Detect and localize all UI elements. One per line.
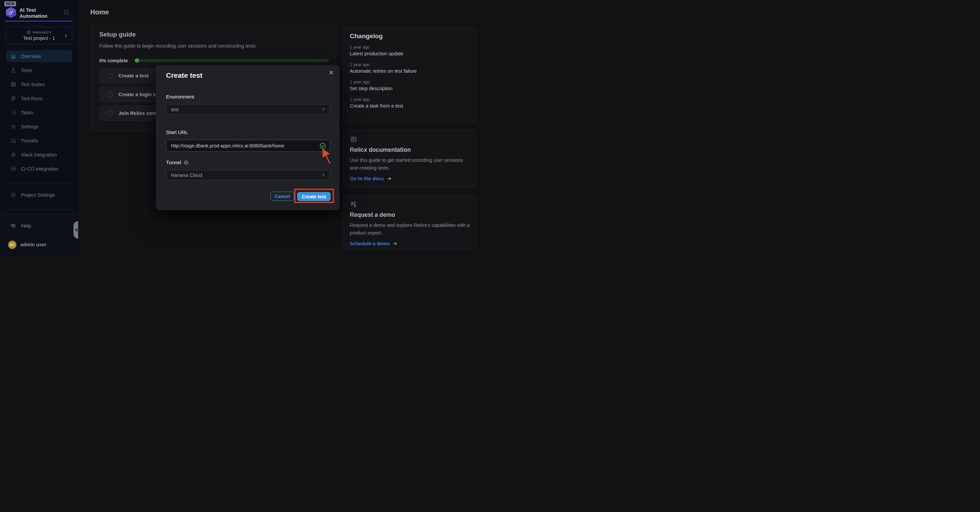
request-demo-card: Request a demo Request a demo and explor… xyxy=(344,195,477,249)
changelog-text: Automatic retries on test failure xyxy=(350,68,470,74)
changelog-entry[interactable]: 1 year ago Latest production update xyxy=(350,45,470,56)
sidebar-item-label: Tasks xyxy=(21,110,33,115)
request-demo-title: Request a demo xyxy=(350,211,470,219)
sidebar-item-label: Test Runs xyxy=(21,96,42,101)
arrow-right-icon xyxy=(387,176,392,181)
changelog-text: Latest production update xyxy=(350,51,470,56)
changelog-title: Changelog xyxy=(350,33,470,40)
progress-label: 0% complete xyxy=(99,58,128,63)
help-chat-icon: ? xyxy=(10,223,17,229)
changelog-entry[interactable]: 1 year ago Automatic retries on test fai… xyxy=(350,62,470,74)
sidebar-item-tunnels[interactable]: Tunnels xyxy=(6,135,72,147)
sidebar-item-slack-integration[interactable]: Slack integration xyxy=(6,149,72,161)
collapse-left-icon xyxy=(75,228,78,232)
app-grid-icon[interactable] xyxy=(64,10,69,15)
slack-icon xyxy=(10,152,16,158)
help-label: Help xyxy=(21,223,31,228)
list-icon xyxy=(10,109,16,116)
app-title: AI Test Automation xyxy=(19,7,60,19)
sidebar-item-test-runs[interactable]: Test Runs xyxy=(6,92,72,105)
chevron-right-icon xyxy=(64,33,68,38)
changelog-time: 1 year ago xyxy=(350,80,470,84)
tunnel-icon xyxy=(10,138,16,144)
sidebar-item-label: Test Suites xyxy=(21,82,45,87)
project-kicker-label: PROJECT xyxy=(33,30,52,34)
cancel-button[interactable]: Cancel xyxy=(270,192,294,201)
changelog-text: Create a task from a test xyxy=(350,103,470,109)
changelog-time: 1 year ago xyxy=(350,45,470,49)
project-name: Test project - 1 xyxy=(23,35,55,41)
tunnel-label: Tunnel xyxy=(166,160,188,165)
start-url-label: Start URL xyxy=(166,129,188,135)
svg-text:?: ? xyxy=(13,224,14,226)
create-test-button[interactable]: Create test xyxy=(297,192,331,201)
incomplete-step-icon xyxy=(107,111,113,116)
sidebar-item-label: Tests xyxy=(21,68,32,73)
sidebar-item-overview[interactable]: Overview xyxy=(6,50,72,62)
environment-select[interactable]: test xyxy=(166,104,330,114)
user-name: admin user xyxy=(21,242,46,247)
progress-knob xyxy=(135,58,139,63)
sidebar-nav: Overview Tests Test Suites xyxy=(6,50,72,177)
changelog-time: 1 year ago xyxy=(350,97,470,102)
table-grid-icon xyxy=(10,81,16,87)
changelog-time: 1 year ago xyxy=(350,62,470,67)
sidebar-item-cicd-integration[interactable]: CI-CD integration xyxy=(6,163,72,175)
user-menu[interactable]: AU admin user xyxy=(6,239,72,250)
project-selector[interactable]: PROJECT Test project - 1 xyxy=(6,27,72,44)
sidebar-item-project-settings[interactable]: Project Settings xyxy=(6,189,72,201)
chevron-up-down-icon xyxy=(321,173,326,177)
setup-guide-description: Follow this guide to begin recording use… xyxy=(99,43,257,49)
sidebar-item-label: Project Settings xyxy=(21,192,55,198)
sidebar-item-label: Tunnels xyxy=(21,138,38,143)
schedule-demo-label: Schedule a demo xyxy=(350,241,390,246)
sidebar-item-tests[interactable]: Tests xyxy=(6,64,72,76)
users-icon xyxy=(350,201,470,208)
sidebar-item-label: Slack integration xyxy=(21,152,57,157)
app-logo-icon[interactable] xyxy=(6,7,16,18)
avatar: AU xyxy=(8,241,16,249)
progress-bar xyxy=(135,59,329,62)
setup-step-label: Create a test xyxy=(118,73,149,78)
check-circle-icon xyxy=(319,143,326,149)
incomplete-step-icon xyxy=(107,92,113,97)
documentation-title: Relicx documentation xyxy=(350,146,470,154)
sidebar-divider xyxy=(6,183,72,183)
create-test-modal: Create test Environment test Start URL T… xyxy=(156,65,339,210)
sidebar-item-tasks[interactable]: Tasks xyxy=(6,106,72,119)
sidebar-divider xyxy=(6,210,72,210)
arrow-right-icon xyxy=(392,241,398,246)
flask-icon xyxy=(10,67,16,73)
sidebar-collapse-handle[interactable] xyxy=(73,221,78,239)
changelog-entry[interactable]: 1 year ago Create a task from a test xyxy=(350,97,470,109)
sidebar-secondary-nav: Project Settings xyxy=(6,189,72,203)
columns-icon xyxy=(10,95,16,101)
sidebar-item-help[interactable]: ? Help xyxy=(6,220,72,232)
tunnel-label-text: Tunnel xyxy=(166,160,181,165)
sidebar-item-label: CI-CD integration xyxy=(21,166,58,171)
sidebar-item-settings[interactable]: Settings xyxy=(6,120,72,133)
environment-value: test xyxy=(171,107,179,112)
sidebar-item-test-suites[interactable]: Test Suites xyxy=(6,78,72,90)
accent-divider xyxy=(6,21,72,21)
start-url-field xyxy=(166,140,330,152)
go-to-docs-link[interactable]: Go to the docs xyxy=(350,176,470,181)
modal-title: Create test xyxy=(166,71,202,79)
incomplete-step-icon xyxy=(107,73,113,78)
environment-label: Environment xyxy=(166,94,194,100)
start-url-input[interactable] xyxy=(171,143,319,149)
changelog-text: Set step description xyxy=(350,86,470,91)
info-icon[interactable] xyxy=(184,160,188,165)
schedule-demo-link[interactable]: Schedule a demo xyxy=(350,241,470,246)
cicd-link-icon xyxy=(10,166,16,172)
request-demo-body: Request a demo and explore Relicx's capa… xyxy=(350,222,470,237)
package-icon xyxy=(27,30,31,35)
book-open-icon xyxy=(350,136,470,143)
changelog-entry[interactable]: 1 year ago Set step description xyxy=(350,80,470,91)
sidebar-item-label: Settings xyxy=(21,124,38,129)
gear-icon xyxy=(10,124,16,130)
setup-guide-title: Setup guide xyxy=(99,31,136,38)
chevron-up-down-icon xyxy=(321,107,326,112)
close-icon[interactable] xyxy=(328,70,334,75)
tunnel-select[interactable]: Harness Cloud xyxy=(166,170,330,180)
